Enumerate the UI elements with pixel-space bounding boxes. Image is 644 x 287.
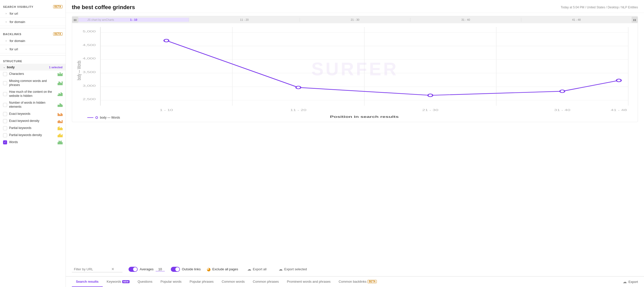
exclude-pages-label: Exclude all pages <box>212 267 238 271</box>
structure-checkbox[interactable] <box>3 119 7 123</box>
legend-line <box>87 117 93 118</box>
outside-links-label: Outside links <box>182 267 201 271</box>
svg-text:Position in search results: Position in search results <box>330 115 399 119</box>
structure-row-item[interactable]: Words <box>0 139 66 146</box>
header-meta: Today at 5:04 PM / United States / Deskt… <box>561 6 638 9</box>
export-selected-button[interactable]: ☁ Export selected <box>276 265 310 273</box>
filter-url-group: ✕ <box>72 266 122 272</box>
sidebar-item-backlinks-url[interactable]: › for url <box>0 45 66 53</box>
structure-checkbox[interactable] <box>3 103 7 107</box>
backlinks-header: BACKLINKS BETA <box>0 30 66 37</box>
chevron-right-icon: › <box>4 11 8 15</box>
outside-links-toggle[interactable] <box>171 267 180 272</box>
structure-row-item[interactable]: Number of words in hidden elements <box>0 99 66 110</box>
sidebar: SEARCH VISIBILITY BETA › for url › for d… <box>0 0 66 287</box>
range-segment-5[interactable]: 41 - 48 <box>521 18 632 22</box>
svg-point-26 <box>428 94 433 97</box>
structure-item-label: Exact keyword density <box>9 119 57 123</box>
chevron-down-icon: ⌄ <box>3 65 5 69</box>
tab-common-backlinks[interactable]: Common backlinksBETA <box>335 277 381 287</box>
backlinks-beta: BETA <box>53 32 63 36</box>
structure-checkbox[interactable] <box>3 112 7 116</box>
structure-row-item[interactable]: Partial keywords <box>0 125 66 132</box>
sidebar-item-for-url[interactable]: › for url <box>0 9 66 18</box>
structure-row-item[interactable]: Exact keywords <box>0 111 66 118</box>
export-selected-label: Export selected <box>284 267 307 271</box>
range-segment-4[interactable]: 31 - 40 <box>410 18 521 22</box>
svg-point-28 <box>616 79 621 82</box>
structure-row-item[interactable]: Missing common words and phrases <box>0 78 66 89</box>
structure-items-list: CharactersMissing common words and phras… <box>0 71 66 146</box>
tab-label: Questions <box>138 280 153 283</box>
chart-svg: 5,000 4,500 4,000 3,500 3,000 2,500 body… <box>72 16 638 122</box>
tab-keywords[interactable]: KeywordsNEW <box>103 277 134 287</box>
sidebar-item-backlinks-domain[interactable]: › for domain <box>0 37 66 45</box>
tab-common-phrases[interactable]: Common phrases <box>249 277 283 287</box>
sidebar-item-for-domain[interactable]: › for domain <box>0 18 66 26</box>
backlinks-label: BACKLINKS <box>3 33 22 36</box>
eye-icon: ◕ <box>207 267 211 272</box>
tab-export-button[interactable]: ☁ Export <box>623 277 638 287</box>
tab-label: Prominent words and phrases <box>287 280 331 283</box>
sidebar-item-backlinks-domain-label: for domain <box>10 39 63 43</box>
tab-search-results[interactable]: Search results <box>72 277 103 287</box>
search-visibility-beta: BETA <box>53 5 63 8</box>
structure-item-label: Number of words in hidden elements <box>9 101 57 109</box>
tabs-container: Search resultsKeywordsNEWQuestionsPopula… <box>72 277 623 287</box>
structure-checkbox[interactable] <box>3 72 7 76</box>
tab-label: Search results <box>76 280 99 283</box>
filter-url-input[interactable] <box>74 267 109 271</box>
range-right-handle[interactable]: ▮▮ <box>632 17 638 23</box>
clear-filter-button[interactable]: ✕ <box>111 267 114 271</box>
tab-common-words[interactable]: Common words <box>218 277 249 287</box>
page-title: the best coffee grinders <box>72 4 135 11</box>
structure-item-label: How much of the content on the website i… <box>9 90 57 98</box>
structure-checkbox[interactable] <box>3 133 7 137</box>
averages-group: Averages <box>129 267 165 272</box>
legend-label: body — Words <box>100 116 120 119</box>
range-left-handle[interactable]: ▮▮ <box>72 17 78 23</box>
structure-label: STRUCTURE <box>3 60 22 63</box>
structure-row-item[interactable]: Characters <box>0 71 66 78</box>
structure-checkbox[interactable] <box>3 140 7 144</box>
averages-toggle[interactable] <box>129 267 138 272</box>
averages-value-input[interactable] <box>156 267 165 271</box>
structure-row-item[interactable]: How much of the content on the website i… <box>0 89 66 99</box>
svg-text:2,500: 2,500 <box>83 98 96 101</box>
tab-label: Keywords <box>107 280 121 283</box>
chart-legend: body — Words <box>87 116 120 119</box>
export-all-label: Export all <box>253 267 266 271</box>
tab-questions[interactable]: Questions <box>134 277 157 287</box>
range-segment-2[interactable]: 11 - 20 <box>189 18 299 22</box>
structure-item-label: Characters <box>9 72 57 76</box>
tab-popular-phrases[interactable]: Popular phrases <box>185 277 218 287</box>
divider <box>0 28 66 28</box>
svg-text:body — Words: body — Words <box>76 61 82 80</box>
structure-checkbox[interactable] <box>3 92 7 96</box>
sidebar-item-backlinks-url-label: for url <box>10 47 63 51</box>
search-visibility-label: SEARCH VISIBILITY <box>3 5 33 8</box>
svg-point-24 <box>164 39 169 42</box>
mini-bar-chart <box>58 119 63 123</box>
chevron-right-icon: › <box>4 20 8 24</box>
structure-checkbox[interactable] <box>3 126 7 130</box>
tab-prominent-words-and-phrases[interactable]: Prominent words and phrases <box>283 277 335 287</box>
range-segment-3[interactable]: 21 - 30 <box>300 18 410 22</box>
structure-checkbox[interactable] <box>3 81 7 85</box>
structure-item-label: Words <box>9 140 57 144</box>
cloud-download-icon-2: ☁ <box>279 267 283 272</box>
exclude-pages-group: ◕ Exclude all pages <box>207 267 238 272</box>
outside-links-group: Outside links <box>171 267 201 272</box>
main-content: the best coffee grinders Today at 5:04 P… <box>66 0 644 287</box>
tabs-bar: Search resultsKeywordsNEWQuestionsPopula… <box>66 276 644 287</box>
structure-row-item[interactable]: Exact keyword density <box>0 118 66 125</box>
sidebar-item-for-domain-label: for domain <box>10 20 63 24</box>
svg-text:4,500: 4,500 <box>83 43 96 47</box>
body-collapse-row[interactable]: ⌄ body 1 selected <box>0 64 66 71</box>
structure-row-item[interactable]: Partial keywords density <box>0 132 66 139</box>
export-all-button[interactable]: ☁ Export all <box>244 265 269 273</box>
svg-text:41 - 48: 41 - 48 <box>611 108 627 112</box>
cloud-icon-tab: ☁ <box>623 279 627 284</box>
tab-popular-words[interactable]: Popular words <box>156 277 185 287</box>
mini-bar-chart <box>58 72 63 76</box>
